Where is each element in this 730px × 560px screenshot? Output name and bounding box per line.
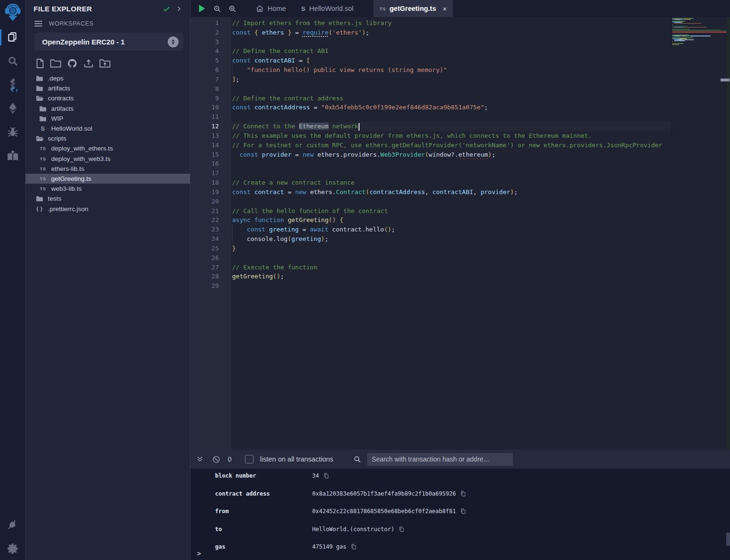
line-number[interactable]: 11 xyxy=(190,112,231,122)
copy-icon[interactable] xyxy=(323,472,329,479)
debugger-icon[interactable] xyxy=(0,120,25,144)
line-number[interactable]: 27 xyxy=(190,263,231,272)
line-number[interactable]: 23 xyxy=(190,225,231,234)
file-tree-item-contracts[interactable]: contracts xyxy=(26,93,190,103)
line-number[interactable]: 3 xyxy=(190,37,231,47)
line-number[interactable]: 7 xyxy=(190,75,231,84)
code-text[interactable]: // Define the contract ABI xyxy=(231,46,730,56)
code-line-8[interactable]: 8 xyxy=(190,84,730,94)
file-tree-item-artifacts[interactable]: artifacts xyxy=(26,83,190,93)
copy-icon[interactable] xyxy=(460,490,466,497)
new-folder-icon[interactable] xyxy=(50,58,61,69)
code-text[interactable]: const contractABI = [ xyxy=(231,56,730,65)
remix-logo[interactable] xyxy=(0,0,25,26)
code-text[interactable]: // Connect to the Ethereum network xyxy=(231,122,730,131)
line-number[interactable]: 15 xyxy=(190,150,231,160)
code-text[interactable]: // This example uses the default provide… xyxy=(231,131,730,141)
terminal-prompt[interactable]: > xyxy=(197,550,201,557)
upload-file-icon[interactable] xyxy=(83,58,94,69)
code-text[interactable]: getGreeting(); xyxy=(231,272,730,281)
file-tree-item-deploy-with-ethers-ts[interactable]: TSdeploy_with_ethers.ts xyxy=(26,143,190,153)
code-line-1[interactable]: 1// Import ethers from the ethers.js lib… xyxy=(190,18,730,28)
code-text[interactable] xyxy=(231,253,730,263)
code-text[interactable] xyxy=(231,197,730,206)
zoom-out-icon[interactable] xyxy=(209,0,225,17)
code-text[interactable] xyxy=(231,37,730,47)
file-tree-item-getgreeting-ts[interactable]: TSgetGreeting.ts xyxy=(26,174,190,184)
code-text[interactable] xyxy=(231,159,730,169)
terminal-expand-icon[interactable] xyxy=(196,455,204,463)
settings-icon[interactable] xyxy=(0,536,25,560)
code-text[interactable]: // Call the hello function of the contra… xyxy=(231,206,730,216)
file-tree-item-deploy-with-web3-ts[interactable]: TSdeploy_with_web3.ts xyxy=(26,154,190,164)
line-number[interactable]: 25 xyxy=(190,244,231,253)
code-line-5[interactable]: 5const contractABI = [ xyxy=(190,56,730,65)
copy-icon[interactable] xyxy=(351,543,357,550)
line-number[interactable]: 5 xyxy=(190,56,231,65)
copy-icon[interactable] xyxy=(460,508,466,515)
line-number[interactable]: 13 xyxy=(190,131,231,141)
code-line-27[interactable]: 27// Execute the function xyxy=(190,263,730,272)
deploy-run-icon[interactable] xyxy=(0,97,25,120)
terminal-scrollbar-thumb[interactable] xyxy=(726,533,730,546)
file-tree-item-tests[interactable]: tests xyxy=(26,194,190,204)
hamburger-menu-icon[interactable] xyxy=(34,20,43,27)
line-number[interactable]: 12 xyxy=(190,122,231,131)
chevron-right-icon[interactable] xyxy=(175,5,182,12)
line-number[interactable]: 26 xyxy=(190,253,231,263)
code-text[interactable] xyxy=(231,169,730,178)
line-number[interactable]: 24 xyxy=(190,234,231,244)
close-tab-icon[interactable]: × xyxy=(443,5,447,13)
code-text[interactable]: // Create a new contract instance xyxy=(231,178,730,187)
line-number[interactable]: 18 xyxy=(190,178,231,187)
code-text[interactable]: const greeting = await contract.hello(); xyxy=(231,225,730,234)
code-line-23[interactable]: 23const greeting = await contract.hello(… xyxy=(190,225,730,234)
zoom-in-icon[interactable] xyxy=(225,0,240,17)
line-number[interactable]: 16 xyxy=(190,159,231,169)
line-number[interactable]: 1 xyxy=(190,18,231,28)
editor-scrollbar[interactable] xyxy=(727,17,730,450)
terminal-search-input[interactable] xyxy=(367,453,513,466)
line-number[interactable]: 17 xyxy=(190,169,231,178)
code-line-3[interactable]: 3 xyxy=(190,37,730,47)
code-text[interactable] xyxy=(231,281,730,291)
code-line-12[interactable]: 12// Connect to the Ethereum network xyxy=(190,122,730,131)
line-number[interactable]: 4 xyxy=(190,46,231,56)
new-file-icon[interactable] xyxy=(36,58,45,69)
code-text[interactable]: "function hello() public view returns (s… xyxy=(231,65,730,75)
line-number[interactable]: 22 xyxy=(190,215,231,225)
editor-scrollbar-thumb[interactable] xyxy=(721,79,730,81)
code-text[interactable]: ]; xyxy=(231,75,730,84)
line-number[interactable]: 14 xyxy=(190,141,231,150)
line-number[interactable]: 2 xyxy=(190,28,231,37)
file-tree-item--prettierrc-json[interactable]: { }.prettierrc.json xyxy=(26,204,190,213)
code-text[interactable]: const contract = new ethers.Contract(con… xyxy=(231,187,730,197)
file-tree-item-wip[interactable]: WIP xyxy=(26,114,190,124)
file-explorer-icon[interactable] xyxy=(0,26,25,49)
file-tree-item-artifacts[interactable]: artifacts xyxy=(26,104,190,114)
line-number[interactable]: 29 xyxy=(190,281,231,291)
tab-home[interactable]: Home xyxy=(248,0,294,17)
code-line-17[interactable]: 17 xyxy=(190,169,730,178)
file-tree-item-scripts[interactable]: scripts xyxy=(26,133,190,143)
file-tree-item-ethers-lib-ts[interactable]: TSethers-lib.ts xyxy=(26,164,190,174)
code-line-19[interactable]: 19const contract = new ethers.Contract(c… xyxy=(190,187,730,197)
code-text[interactable] xyxy=(231,84,730,94)
editor-minimap[interactable] xyxy=(672,17,727,450)
check-icon[interactable] xyxy=(162,5,171,13)
code-text[interactable]: async function getGreeting() { xyxy=(231,215,730,225)
listen-transactions-checkbox[interactable] xyxy=(245,455,253,463)
file-tree-item-helloworld-sol[interactable]: SHelloWorld.sol xyxy=(26,124,190,133)
line-number[interactable]: 8 xyxy=(190,84,231,94)
code-line-28[interactable]: 28getGreeting(); xyxy=(190,272,730,281)
code-text[interactable]: } xyxy=(231,244,730,253)
code-text[interactable] xyxy=(231,112,730,122)
code-line-10[interactable]: 10const contractAddress = "0xb54febb5c0c… xyxy=(190,103,730,112)
code-text[interactable]: // Execute the function xyxy=(231,263,730,272)
code-line-11[interactable]: 11 xyxy=(190,112,730,122)
line-number[interactable]: 21 xyxy=(190,206,231,216)
code-line-2[interactable]: 2const { ethers } = require('ethers'); xyxy=(190,28,730,37)
code-text[interactable]: // For a testnet or custom RPC, use ethe… xyxy=(231,141,730,150)
line-number[interactable]: 10 xyxy=(190,103,231,112)
code-line-29[interactable]: 29 xyxy=(190,281,730,291)
